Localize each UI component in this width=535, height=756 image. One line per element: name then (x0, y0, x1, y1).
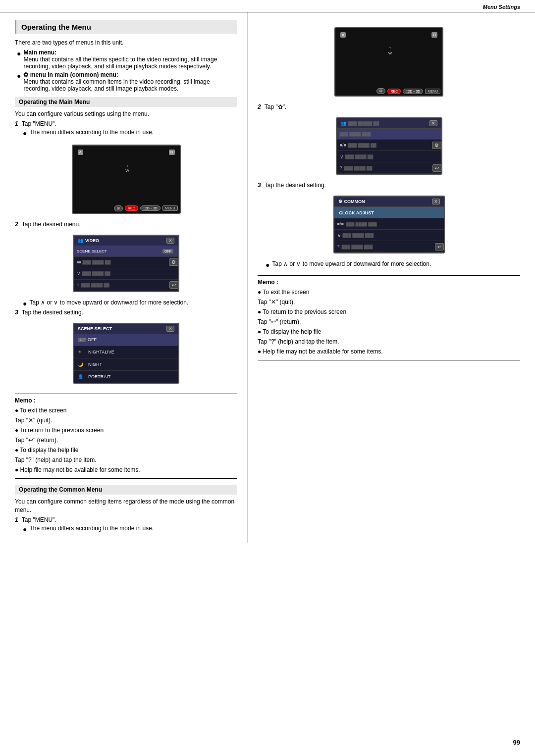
common-row-2: ■/■ ▓▓▓ ▓▓▓▓ ▓▓▓ (334, 218, 444, 229)
right-step2-text: Tap "✿". (263, 103, 287, 110)
video-menu-header: 👥 VIDEO ✕ (74, 236, 178, 246)
night-label: NIGHT (88, 362, 102, 367)
common-menu-close-1[interactable]: ✕ (429, 120, 437, 126)
night-icon: 🌙 (78, 362, 86, 367)
common-menu-bullet: ● ✿ menu in main (common) menu: Menu tha… (15, 71, 237, 92)
video-menu-item-2: ■/■ ▓▓▓ ▓▓▓▓ ▓▓ (74, 257, 169, 268)
right-memo-item-6: Tap "?" (help) and tap the item. (258, 337, 520, 346)
scene-select-label: SCENE SELECT (77, 249, 162, 253)
common-menu-screen-2: ⚙ COMMON ✕ CLOCK ADJUST ■/■ ▓▓▓ ▓▓▓▓ ▓▓▓ (333, 196, 445, 253)
dots-2: ■/■ (77, 260, 80, 264)
row1-dots: ▓▓▓ ▓▓▓▓ ▓▓▓ (340, 132, 371, 136)
return-side-icon: ↩ (169, 281, 178, 289)
screen-inner-1: A D T W ⊞ REC □2D→3D MENU (73, 146, 180, 213)
return-icon-2: ↩ (432, 164, 441, 172)
question-icon-2: ? (340, 165, 342, 170)
header-title: Menu Settings (483, 4, 520, 10)
clock-adjust-text: CLOCK ADJUST (339, 210, 374, 215)
gear-side-icon: ⚙ (169, 258, 178, 266)
scene-item-portrait: 👤 PORTRAIT (74, 371, 178, 383)
common-menu-bullet-text: ✿ menu in main (common) menu: Menu that … (23, 71, 237, 92)
dots-label-4: ▓▓▓ ▓▓▓▓ ▓▓ (81, 283, 109, 287)
right-step3-sub-text: Tap ∧ or ∨ to move upward or downward fo… (272, 260, 431, 267)
screen-top-bar-1: A D (75, 148, 177, 156)
step3-row: 3 Tap the desired setting. (15, 309, 237, 316)
memo-item-4: Tap "↩" (return). (15, 436, 237, 445)
content-columns: Operating the Menu There are two types o… (0, 12, 535, 543)
memo-content-right: ● To exit the screen Tap "✕" (quit). ● T… (258, 288, 520, 356)
screen-icon-a-2: A (340, 32, 346, 38)
common-menu-title-1: 👥 ▓▓▓ ▓▓▓▓▓ ▓▓ (341, 121, 379, 126)
common-menu-2-wrapper: ⚙ COMMON ✕ CLOCK ADJUST ■/■ ▓▓▓ ▓▓▓▓ ▓▓▓ (258, 192, 520, 257)
right-step3-row: 3 Tap the desired setting. (258, 182, 520, 189)
btn-prev-1: ⊞ (114, 205, 123, 211)
sub-bullet-3: ● (23, 525, 27, 534)
chevron-icon-3: ∨ (337, 233, 341, 238)
right-step3-text: Tap the desired setting. (263, 182, 326, 189)
return-icon-3: ↩ (435, 243, 444, 251)
scene-item-nightalive: ☀ NIGHTALIVE (74, 346, 178, 358)
right-step2-number: 2 (258, 103, 261, 110)
intro-text: There are two types of menus in this uni… (15, 39, 237, 47)
step2-number: 2 (15, 221, 18, 228)
sub-bullet-2: ● (23, 299, 27, 308)
screen-inner-2: A D T W ⊞ REC □2D→3D MENU (335, 28, 442, 96)
scene-menu-close[interactable]: ✕ (166, 326, 174, 332)
common-step1-number: 1 (15, 516, 18, 523)
chevron-icon-2: ∨ (340, 154, 343, 159)
slash-icon: ■/■ (340, 143, 346, 148)
nightalive-label: NIGHTALIVE (88, 350, 114, 354)
video-menu-item-3: ∨ ▓▓▓ ▓▓▓▓ ▓▓ (74, 268, 178, 279)
video-menu-close[interactable]: ✕ (166, 238, 174, 244)
screen-tw-1: T W (78, 164, 177, 173)
memo-item-3: ● To return to the previous screen (15, 426, 237, 435)
common-menu-1-wrapper: 👥 ▓▓▓ ▓▓▓▓▓ ▓▓ ✕ ▓▓▓ ▓▓▓▓ ▓▓▓ ■/■ ▓▓▓ ▓▓… (258, 113, 520, 179)
common-intro: You can configure common setting items r… (15, 498, 237, 514)
slash-icon-2: ■/■ (337, 221, 344, 226)
scene-item-night: 🌙 NIGHT (74, 358, 178, 370)
btn-menu-1: MENU (162, 205, 178, 211)
right-step3-sub: ● Tap ∧ or ∨ to move upward or downward … (258, 260, 520, 269)
section-title: Operating the Menu (15, 20, 237, 34)
memo-item-5: ● To display the help file (15, 446, 237, 454)
common-step1-text: Tap "MENU". (20, 516, 56, 523)
scene-off-label: OFF (88, 337, 97, 342)
main-menu-bullet-text: Main menu: Menu that contains all the it… (23, 49, 237, 70)
header-dots-label: ▓▓▓ ▓▓▓▓▓ ▓▓ (348, 121, 379, 126)
common-row-3: ∨ ▓▓▓ ▓▓▓▓ ▓▓▓ (334, 230, 444, 241)
btn-mode-1: □2D→3D (140, 205, 160, 211)
common-menu-row-1: ▓▓▓ ▓▓▓▓ ▓▓▓ (337, 129, 441, 140)
common-menu-close-2[interactable]: ✕ (432, 199, 440, 204)
camera-screen-1-wrapper: A D T W ⊞ REC □2D→3D MENU (15, 141, 237, 218)
bullet-icon-1: ● (17, 49, 21, 58)
subsection-main-title: Operating the Main Menu (15, 97, 237, 107)
step1-number: 1 (15, 120, 18, 127)
memo-item-7: ● Help file may not be available for som… (15, 465, 237, 474)
common-menu-header-2: ⚙ COMMON ✕ (334, 197, 444, 207)
main-menu-intro: You can configure various settings using… (15, 110, 237, 118)
step2-row: 2 Tap the desired menu. (15, 221, 237, 228)
screen-bottom-bar-1: ⊞ REC □2D→3D MENU (73, 204, 180, 213)
right-memo-item-1: ● To exit the screen (258, 288, 520, 297)
person-icon-2: 👥 (341, 121, 346, 126)
right-step3-number: 3 (258, 182, 261, 189)
page-header: Menu Settings (0, 0, 535, 12)
question-icon-3: ? (337, 244, 340, 249)
sub-bullet-icon: ● (23, 129, 27, 138)
btn-mode-2: □2D→3D (403, 89, 423, 94)
common-dots-2: ▓▓▓ ▓▓▓▓ ▓▓▓ (346, 222, 377, 226)
question-icon-1: ? (77, 283, 79, 288)
screen-icon-d-2: D (431, 32, 437, 38)
step1-sub-text: The menu differs according to the mode i… (29, 129, 154, 136)
step1-row: 1 Tap "MENU". (15, 120, 237, 127)
memo-item-1: ● To exit the screen (15, 406, 237, 415)
main-menu-bullet: ● Main menu: Menu that contains all the … (15, 49, 237, 70)
common-menu-row-gear: ■/■ ▓▓▓ ▓▓▓▓ ▓▓ (337, 140, 432, 151)
camera-screen-2-wrapper: A D T W ⊞ REC □2D→3D MENU (258, 23, 520, 101)
right-step2-row: 2 Tap "✿". (258, 103, 520, 110)
memo-title-right: Memo : (258, 279, 520, 286)
page-number: 99 (513, 739, 520, 746)
memo-item-6: Tap "?" (help) and tap the item. (15, 455, 237, 464)
gear-icon-3: ⚙ (338, 199, 342, 204)
memo-content-left: ● To exit the screen Tap "✕" (quit). ● T… (15, 406, 237, 474)
